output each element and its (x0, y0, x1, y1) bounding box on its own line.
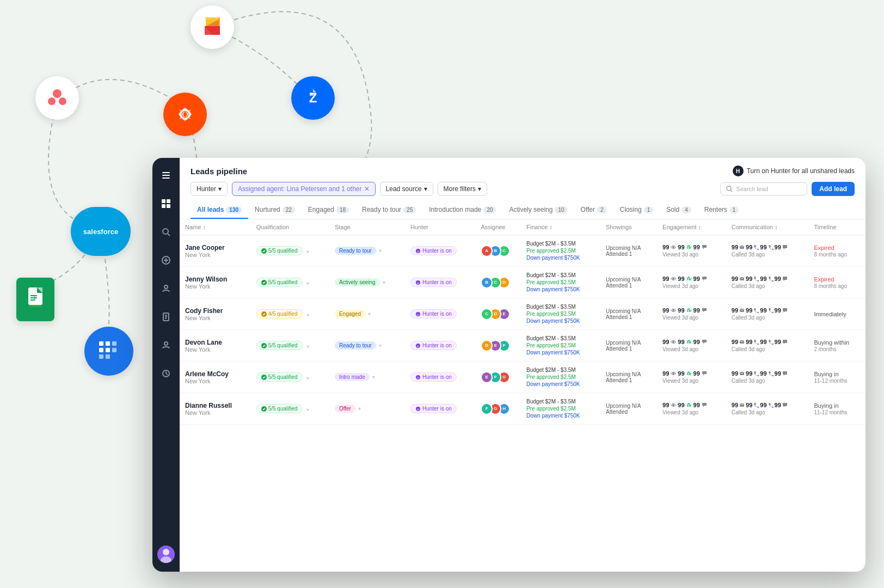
search-box[interactable]: Search lead (720, 182, 807, 195)
tab-badge-engaged: 18 (336, 206, 349, 213)
email-icon (739, 276, 745, 281)
lead-source-filter[interactable]: Lead source ▾ (380, 182, 433, 196)
assignee-avatars: ABC (481, 245, 515, 257)
sidebar-menu-icon[interactable] (157, 167, 175, 184)
svg-point-15 (59, 97, 66, 105)
tab-badge-seeing: 10 (555, 206, 567, 213)
assignee-avatar: D (481, 340, 493, 352)
svg-point-110 (672, 404, 674, 406)
col-name: Name ↕ (180, 219, 251, 235)
add-lead-button[interactable]: Add lead (812, 182, 855, 196)
table-row[interactable]: Jenny Wilson New York 5/5 qualified ▾ Ac… (180, 267, 865, 298)
thumbs-icon (686, 244, 692, 250)
sms-icon (782, 276, 788, 281)
search-icon (726, 186, 733, 192)
table-row[interactable]: Jane Cooper New York 5/5 qualified ▾ Rea… (180, 235, 865, 267)
main-content: Leads pipeline H Turn on Hunter for all … (180, 158, 865, 572)
svg-rect-41 (162, 172, 170, 173)
sidebar-clock-icon[interactable] (157, 365, 175, 382)
tab-badge-closing: 1 (644, 206, 654, 213)
svg-text:H: H (417, 250, 419, 253)
table-row[interactable]: Arlene McCoy New York 5/5 qualified ▾ In… (180, 362, 865, 393)
called-time: Called 3d ago (732, 283, 803, 289)
filters-row: Hunter ▾ Assigned agent: Lina Petersen a… (191, 182, 855, 196)
svg-rect-87 (687, 310, 688, 312)
hunter-filter[interactable]: Hunter ▾ (191, 182, 228, 196)
sidebar-docs-icon[interactable] (157, 308, 175, 326)
tab-closing[interactable]: Closing1 (613, 201, 660, 219)
svg-text:H: H (417, 313, 419, 316)
sms-icon (782, 339, 788, 345)
tab-badge-renters: 1 (729, 206, 739, 213)
svg-rect-36 (99, 348, 103, 352)
tab-ready[interactable]: Ready to tour25 (355, 201, 422, 219)
hunter-tag: H Hunter is on (410, 341, 457, 350)
assignee-avatar: A (481, 245, 493, 257)
svg-line-61 (166, 373, 168, 375)
hunter-icon: H (415, 311, 421, 317)
svg-text:H: H (417, 408, 419, 411)
table-row[interactable]: Dianne Russell New York 5/5 qualified ▾ … (180, 393, 865, 425)
tab-all[interactable]: All leads130 (191, 201, 248, 219)
showings-info: Upcoming N/A Attended 1 (606, 371, 652, 383)
tab-nurtured[interactable]: Nurtured22 (248, 201, 302, 219)
viewed-time: Viewed 3d ago (662, 346, 721, 352)
email-icon (739, 308, 745, 313)
hunter-tag: H Hunter is on (410, 278, 457, 287)
tab-seeing[interactable]: Actively seeing10 (502, 201, 574, 219)
sidebar-user-icon[interactable] (157, 336, 175, 354)
showings-info: Upcoming N/A Attended 1 (606, 340, 652, 352)
col-showings: Showings (600, 219, 657, 235)
col-communication: Communication ↕ (726, 219, 809, 235)
lead-location: New York (185, 283, 245, 290)
user-avatar[interactable] (157, 546, 175, 563)
tab-sold[interactable]: Sold4 (660, 201, 698, 219)
table-row[interactable]: Devon Lane New York 5/5 qualified ▾ Read… (180, 330, 865, 362)
hunter-banner[interactable]: H Turn on Hunter for all unshared leads (733, 166, 855, 176)
phone2-icon (768, 371, 773, 376)
showings-info: Upcoming N/A Attended 1 (606, 277, 652, 289)
header-top: Leads pipeline H Turn on Hunter for all … (191, 166, 855, 176)
tab-intro[interactable]: Introduction made20 (422, 201, 502, 219)
svg-point-13 (53, 89, 62, 98)
showings-info: Upcoming N/A Attended 1 (606, 308, 652, 320)
phone-icon (753, 276, 759, 281)
phone2-icon (768, 308, 773, 313)
table-row[interactable]: Cody Fisher New York 4/5 qualified ▾ Eng… (180, 298, 865, 330)
phone2-icon (768, 276, 773, 281)
assigned-agent-filter[interactable]: Assigned agent: Lina Petersen and 1 othe… (232, 182, 376, 196)
col-engagement: Engagement ↕ (657, 219, 726, 235)
assignee-avatar: C (481, 308, 493, 320)
assignee-avatars: CDE (481, 308, 515, 320)
sidebar-contacts-icon[interactable] (157, 280, 175, 297)
sidebar-add-icon[interactable] (157, 252, 175, 269)
tab-badge-intro: 20 (483, 206, 496, 213)
tab-renters[interactable]: Renters1 (698, 201, 746, 219)
finance-info: Budget $2M - $3.5M Pre approved $2.5M Do… (526, 304, 595, 324)
svg-rect-81 (783, 277, 787, 280)
svg-marker-114 (783, 406, 785, 407)
phone-icon (753, 244, 759, 250)
svg-point-65 (727, 186, 731, 191)
finance-info: Budget $2M - $3.5M Pre approved $2.5M Do… (526, 241, 595, 261)
hunter-tag: H Hunter is on (410, 404, 457, 413)
thumbs-icon (686, 275, 692, 282)
svg-line-66 (730, 190, 732, 192)
tab-offer[interactable]: Offer2 (574, 201, 613, 219)
sidebar-logo-icon[interactable] (157, 195, 175, 212)
svg-marker-98 (783, 343, 785, 344)
svg-point-78 (672, 278, 674, 280)
sidebar-search-icon[interactable] (157, 223, 175, 241)
tab-badge-nurtured: 22 (283, 206, 295, 213)
showings-info: Upcoming N/A Attended (606, 403, 652, 415)
svg-marker-74 (783, 248, 785, 249)
svg-point-53 (164, 285, 168, 289)
hunter-tag: H Hunter is on (410, 309, 457, 318)
check-icon (261, 406, 267, 412)
tab-engaged[interactable]: Engaged18 (302, 201, 355, 219)
more-filters[interactable]: More filters ▾ (438, 182, 487, 196)
assignee-avatars: FGH (481, 403, 515, 415)
qualification-badge: 5/5 qualified (256, 372, 303, 382)
svg-point-58 (164, 342, 168, 345)
svg-rect-73 (783, 245, 787, 248)
